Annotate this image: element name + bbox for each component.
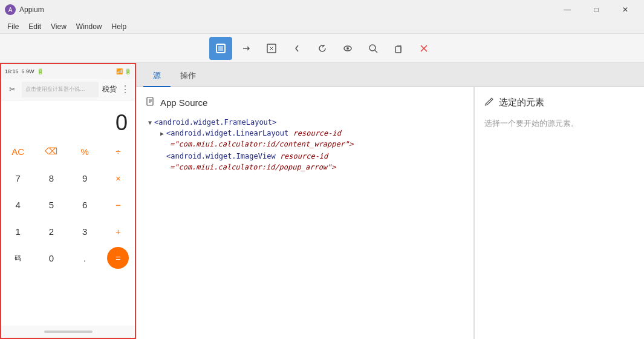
device-search-placeholder: 点击使用盘计算器小说…: [25, 85, 85, 93]
xml-linearlayout-attr-val: ="com.miui.calculator:id/content_wrapper…: [170, 140, 464, 148]
title-bar: A Appium — □ ✕: [0, 0, 644, 19]
svg-line-16: [490, 99, 492, 100]
scissors-icon: ✂: [6, 84, 18, 96]
device-status-bar: 18:15 5.9W 🔋 📶 🔋: [1, 64, 135, 79]
xml-imageview-attr: resource-id: [280, 152, 328, 160]
menu-bar: File Edit View Window Help: [0, 19, 644, 34]
status-network-icons: 📶 🔋: [116, 68, 131, 74]
toolbar-close-btn[interactable]: [412, 37, 435, 60]
menu-window[interactable]: Window: [71, 21, 107, 32]
right-panel: 源 操作 App Source ▼ <android.wid: [136, 63, 644, 339]
svg-point-6: [346, 47, 349, 50]
app-source-panel: App Source ▼ <android.widget.FrameLayout…: [136, 87, 474, 339]
device-app-bar: ✂ 点击使用盘计算器小说… 税货 ⋮: [1, 79, 135, 100]
calc-0-btn[interactable]: 0: [34, 245, 68, 271]
app-icon: A: [5, 4, 16, 15]
toolbar: [0, 34, 644, 63]
main-container: 18:15 5.9W 🔋 📶 🔋 ✂ 点击使用盘计算器小说… 税货 ⋮ 0: [0, 63, 644, 339]
xml-linearlayout-attr: resource-id: [293, 129, 341, 137]
app-source-header: App Source: [146, 97, 464, 108]
calc-1-btn[interactable]: 1: [1, 218, 34, 245]
calc-7-btn[interactable]: 7: [1, 165, 34, 191]
calculator-display: 0 AC ⌫ % ÷ 7 8 9 × 4 5 6 − 1 2: [1, 100, 135, 326]
calc-result: 0: [1, 100, 135, 138]
toolbar-eye-btn[interactable]: [336, 37, 359, 60]
xml-tree: ▼ <android.widget.FrameLayout> ▶ <androi…: [146, 118, 464, 171]
menu-view[interactable]: View: [46, 21, 71, 32]
menu-help[interactable]: Help: [107, 21, 132, 32]
xml-imageview-node[interactable]: ▶ <android.widget.ImageView resource-id: [158, 152, 464, 160]
content-area: App Source ▼ <android.widget.FrameLayout…: [136, 87, 644, 339]
calc-2-btn[interactable]: 2: [34, 218, 68, 245]
toolbar-back-btn[interactable]: [285, 37, 308, 60]
calc-ac-btn[interactable]: AC: [1, 138, 34, 165]
home-indicator: [44, 331, 93, 333]
toolbar-swipe-btn[interactable]: [235, 37, 258, 60]
selected-element-empty-msg: 选择一个要开始的源元素。: [484, 118, 634, 129]
toolbar-copy-btn[interactable]: [387, 37, 410, 60]
device-bottom-bar: [1, 326, 135, 338]
calc-6-btn[interactable]: 6: [68, 191, 102, 218]
svg-point-7: [369, 45, 376, 51]
svg-rect-1: [218, 46, 223, 51]
pencil-icon: [484, 97, 494, 108]
calc-8-btn[interactable]: 8: [34, 165, 68, 191]
calc-plus-btn[interactable]: +: [102, 218, 135, 245]
app-source-title: App Source: [160, 97, 207, 108]
svg-line-8: [375, 50, 377, 53]
calc-buttons-grid: AC ⌫ % ÷ 7 8 9 × 4 5 6 − 1 2 3 + 码: [1, 138, 135, 271]
close-button[interactable]: ✕: [611, 1, 639, 18]
device-panel: 18:15 5.9W 🔋 📶 🔋 ✂ 点击使用盘计算器小说… 税货 ⋮ 0: [0, 63, 136, 339]
status-time: 18:15: [5, 68, 19, 74]
selected-element-header: 选定的元素: [484, 97, 634, 108]
calc-divide-btn[interactable]: ÷: [102, 138, 135, 165]
menu-file[interactable]: File: [2, 21, 24, 32]
calc-dot-btn[interactable]: .: [68, 245, 102, 271]
xml-linearlayout-tag: <android.widget.LinearLayout: [166, 129, 293, 137]
maximize-button[interactable]: □: [582, 1, 610, 18]
device-app-label: 税货: [102, 84, 117, 94]
title-bar-left: A Appium: [5, 4, 44, 15]
status-icons: 🔋: [37, 68, 44, 74]
xml-root-toggle[interactable]: ▼: [146, 118, 154, 127]
tab-source[interactable]: 源: [143, 65, 171, 87]
selected-element-title: 选定的元素: [499, 97, 544, 108]
calc-special-btn[interactable]: 码: [1, 245, 34, 271]
document-icon: [146, 97, 155, 108]
calc-5-btn[interactable]: 5: [34, 191, 68, 218]
svg-rect-9: [395, 47, 401, 53]
xml-imageview-tag: <android.widget.ImageView: [166, 152, 280, 160]
calc-3-btn[interactable]: 3: [68, 218, 102, 245]
toolbar-search-btn[interactable]: [362, 37, 385, 60]
device-search-field[interactable]: 点击使用盘计算器小说…: [22, 82, 99, 97]
xml-imageview-attr-val: ="com.miui.calculator:id/popup_arrow">: [170, 163, 464, 171]
xml-root-tag: <android.widget.FrameLayout>: [154, 118, 276, 127]
calc-4-btn[interactable]: 4: [1, 191, 34, 218]
toolbar-refresh-btn[interactable]: [311, 37, 334, 60]
menu-edit[interactable]: Edit: [24, 21, 46, 32]
calc-backspace-btn[interactable]: ⌫: [34, 138, 68, 165]
xml-linearlayout-toggle[interactable]: ▶: [158, 129, 166, 137]
minimize-button[interactable]: —: [553, 1, 581, 18]
window-controls: — □ ✕: [553, 1, 639, 18]
app-title: Appium: [19, 5, 44, 14]
toolbar-pinch-btn[interactable]: [260, 37, 283, 60]
xml-linearlayout-node[interactable]: ▶ <android.widget.LinearLayout resource-…: [158, 129, 464, 137]
status-signal: 5.9W: [22, 68, 34, 74]
selected-element-panel: 选定的元素 选择一个要开始的源元素。: [475, 87, 644, 339]
device-menu-icon[interactable]: ⋮: [120, 84, 130, 95]
calc-percent-btn[interactable]: %: [68, 138, 102, 165]
calc-equals-btn[interactable]: =: [102, 245, 135, 271]
tabs-row: 源 操作: [136, 63, 644, 87]
calc-minus-btn[interactable]: −: [102, 191, 135, 218]
tab-action[interactable]: 操作: [171, 65, 206, 87]
calc-multiply-btn[interactable]: ×: [102, 165, 135, 191]
xml-root-node[interactable]: ▼ <android.widget.FrameLayout>: [146, 118, 464, 127]
calc-9-btn[interactable]: 9: [68, 165, 102, 191]
toolbar-select-btn[interactable]: [209, 37, 232, 60]
